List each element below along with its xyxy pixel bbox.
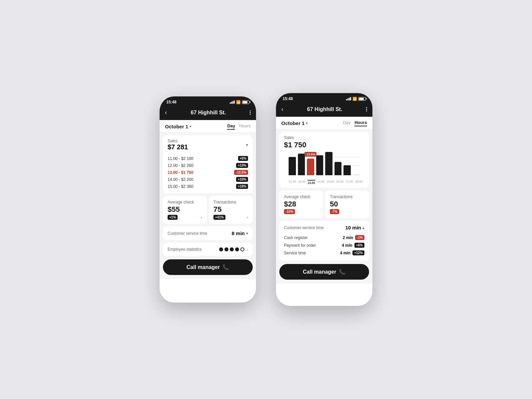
- content-right: October 1 ▾ Day Hours Sales $1 750: [276, 117, 372, 284]
- tab-day-left[interactable]: Day: [227, 123, 235, 130]
- sales-row-label: 15.00 - $2 360: [168, 184, 193, 189]
- back-button-left[interactable]: ‹: [165, 109, 167, 116]
- chart-labels: 11.00 12.00 13.00 14.00 15.00 16.00 17.0…: [289, 180, 360, 185]
- service-main-row-right: Customer service time 10 min ▴: [284, 225, 364, 230]
- transactions-badge-left: +41%: [213, 215, 225, 220]
- header-title-left: 67 Highhill St.: [191, 110, 226, 116]
- payment-label: Payment for order: [284, 243, 316, 248]
- phone-right: 15:48 📶 ‹ 67 Highhill St. October 1 ▾ D: [276, 93, 372, 306]
- service-time-value: 4 min: [340, 251, 350, 255]
- sales-badge-2: -12.5%: [234, 170, 248, 175]
- table-row: 13.00 - $1 750 -12.5%: [168, 169, 248, 176]
- status-icons-left: 📶: [230, 100, 249, 104]
- date-dropdown-arrow-left: ▾: [190, 125, 191, 128]
- service-time-badge: +12%: [352, 250, 364, 255]
- app-header-left: ‹ 67 Highhill St.: [160, 106, 256, 120]
- date-dropdown-arrow-right: ▾: [306, 121, 308, 125]
- chart-bar-4: [325, 152, 332, 175]
- employee-stats-row-left[interactable]: Employee statistics ›: [163, 243, 253, 256]
- chart-label-3: 14.00: [317, 180, 325, 185]
- dot-4: [235, 247, 239, 251]
- status-bar-right: 15:48 📶: [276, 93, 372, 103]
- call-manager-button-right[interactable]: Call manager 📞: [279, 264, 369, 280]
- chart-label-5: 16.00: [336, 180, 344, 185]
- table-row: 15.00 - $2 360 +18%: [168, 183, 248, 190]
- sales-dropdown-left[interactable]: ▾: [246, 143, 248, 147]
- more-menu-right[interactable]: [366, 107, 367, 111]
- sales-row-label: 14.00 - $2 200: [168, 177, 193, 182]
- payment-badge: +6%: [354, 243, 364, 248]
- sales-row-label: 11.00 - $2 100: [168, 156, 193, 161]
- more-menu-left[interactable]: [250, 110, 251, 115]
- customer-service-row-left[interactable]: Customer service time 8 min ▾: [163, 226, 253, 240]
- back-button-right[interactable]: ‹: [281, 106, 283, 113]
- battery-icon: [242, 100, 249, 104]
- date-tab-row-right: October 1 ▾ Day Hours: [276, 117, 372, 129]
- chart-label-0: 11.00: [289, 180, 296, 185]
- transactions-card-right: Transactions 50 -7%: [325, 191, 369, 218]
- phone-left: 15:48 📶 ‹ 67 Highhill St. October 1 ▾ D: [160, 96, 256, 303]
- tab-hours-left[interactable]: Hours: [239, 123, 251, 130]
- chart-label-1: 12.00: [298, 180, 306, 185]
- date-selector-right[interactable]: October 1 ▾: [281, 120, 308, 126]
- date-label-right: October 1: [281, 120, 305, 126]
- wifi-icon: 📶: [236, 100, 241, 104]
- avg-check-label-right: Average check: [284, 195, 319, 199]
- tab-day-right[interactable]: Day: [343, 120, 350, 126]
- date-tab-row-left: October 1 ▾ Day Hours: [160, 120, 256, 133]
- date-selector-left[interactable]: October 1 ▾: [165, 124, 191, 129]
- table-row: 11.00 - $2 100 +5%: [168, 155, 248, 162]
- service-time-right: 4 min +12%: [340, 250, 364, 255]
- status-bar-left: 15:48 📶: [160, 96, 256, 106]
- call-manager-button-left[interactable]: Call manager 📞: [163, 259, 253, 275]
- dot-1: [219, 247, 223, 251]
- status-icons-right: 📶: [346, 97, 366, 101]
- time-left: 15:48: [166, 100, 177, 104]
- avg-check-sub-left: +1% ›: [168, 214, 202, 220]
- chart-bar-1: [298, 154, 305, 175]
- sales-label-right: Sales: [284, 135, 364, 140]
- cash-register-label: Cash register: [284, 235, 308, 240]
- sales-total-right: $1 750: [284, 141, 364, 149]
- transactions-sub-left: +41% ›: [213, 214, 248, 220]
- content-left: October 1 ▾ Day Hours Sales $7 281 ▾ 11.…: [160, 120, 256, 279]
- dot-2: [224, 247, 228, 251]
- date-label-left: October 1: [165, 124, 188, 129]
- app-header-right: ‹ 67 Highhill St.: [276, 103, 372, 117]
- service-detail-service-time: Service time 4 min +12%: [284, 249, 364, 257]
- avg-check-arrow-left[interactable]: ›: [200, 214, 202, 220]
- customer-service-expanded-right: Customer service time 10 min ▴ Cash regi…: [279, 221, 369, 261]
- time-right: 15:48: [283, 96, 293, 101]
- avg-check-badge-left: +1%: [168, 215, 178, 220]
- tabs-left: Day Hours: [227, 123, 251, 130]
- chart-bars: -12.5%: [289, 152, 360, 175]
- chart-bar-3: [316, 155, 324, 175]
- average-check-card-right: Average check $28 -10%: [279, 191, 323, 218]
- chart-bar-5: [334, 162, 342, 175]
- cash-register-value: 2 min: [343, 235, 353, 240]
- sales-row-label: 12.00 - $2 260: [168, 163, 193, 168]
- avg-check-badge-right: -10%: [284, 209, 295, 214]
- wifi-icon-right: 📶: [352, 97, 357, 101]
- tabs-right: Day Hours: [343, 120, 367, 126]
- signal-icon: [230, 100, 235, 104]
- chart-area: -12.5%: [289, 152, 360, 179]
- transactions-card-left: Transactions 75 +41% ›: [209, 196, 253, 224]
- tab-hours-right[interactable]: Hours: [354, 120, 367, 126]
- chart-label-6: 17.00: [345, 180, 353, 185]
- transactions-arrow-left[interactable]: ›: [246, 214, 248, 220]
- employee-stats-arrow-left[interactable]: ›: [246, 247, 248, 252]
- customer-service-expand-right[interactable]: ▴: [362, 225, 364, 230]
- avg-check-label-left: Average check: [168, 200, 202, 204]
- transactions-value-right: 50: [330, 200, 364, 208]
- sales-header-left: Sales $7 281 ▾: [163, 135, 253, 153]
- customer-service-value-right: 10 min: [345, 225, 361, 230]
- chart-container-right: -12.5% 11.00 12.00 13.00 14.00 15.00: [284, 149, 364, 186]
- chart-tooltip: -12.5%: [304, 152, 317, 157]
- customer-service-expand-left: ▾: [246, 231, 248, 236]
- sales-badge-3: +10%: [236, 177, 248, 182]
- sales-row-label: 13.00 - $1 750: [168, 170, 193, 175]
- dot-3: [230, 247, 234, 251]
- employee-stats-label-left: Employee statistics: [168, 247, 202, 252]
- transactions-label-right: Transactions: [330, 195, 364, 199]
